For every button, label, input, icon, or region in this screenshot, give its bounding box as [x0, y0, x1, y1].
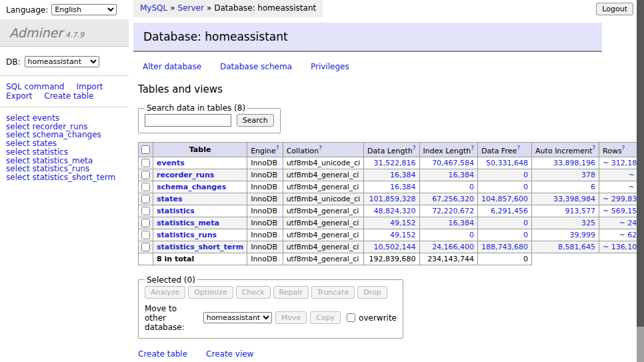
column-help-link[interactable]: ?: [276, 145, 279, 151]
column-help-link[interactable]: ?: [319, 145, 322, 151]
table-row: schema_changes InnoDB utf8mb4_general_ci…: [139, 181, 644, 193]
page-title: Database: homeassistant: [133, 23, 602, 52]
table-name-link[interactable]: recorder_runs: [157, 171, 214, 179]
topbar: MySQL»Server»Database: homeassistant Log…: [133, 0, 635, 17]
index-length-cell: 0: [419, 181, 478, 193]
db-action-link[interactable]: Privileges: [311, 62, 349, 71]
row-checkbox[interactable]: [141, 243, 150, 251]
vertical-scrollbar-thumb[interactable]: [637, 0, 644, 327]
column-help-link[interactable]: ?: [592, 145, 595, 151]
collation-cell: utf8mb4_general_ci: [283, 241, 363, 253]
auto-increment-cell: 8,581,645: [532, 241, 599, 253]
column-help-link[interactable]: ?: [413, 145, 416, 151]
tables-heading: Tables and views: [138, 83, 635, 95]
index-length-cell: 70,467,584: [419, 157, 478, 169]
data-free-cell: 188,743,680: [478, 241, 532, 253]
operation-button: Drop: [357, 286, 387, 299]
auto-increment-cell: 325: [532, 217, 599, 229]
column-help-link[interactable]: ?: [471, 145, 474, 151]
engine-cell: InnoDB: [247, 157, 283, 169]
sidebar: Language: English Adminer4.7.9 DB: homea…: [0, 0, 129, 182]
db-action-link[interactable]: Database schema: [220, 62, 292, 71]
search-button[interactable]: Search: [237, 114, 274, 127]
overwrite-checkbox[interactable]: [347, 313, 355, 322]
app-version: 4.7.9: [65, 31, 84, 39]
row-checkbox[interactable]: [141, 207, 150, 215]
data-length-cell: 31,522,816: [364, 157, 419, 169]
table-name-link[interactable]: statistics: [157, 207, 195, 215]
row-checkbox[interactable]: [141, 171, 150, 179]
table-row: states InnoDB utf8mb4_unicode_ci 101,859…: [139, 193, 644, 205]
row-checkbox[interactable]: [141, 159, 150, 167]
column-header: Collation?: [283, 143, 363, 157]
breadcrumb-mysql-link[interactable]: MySQL: [140, 3, 167, 13]
tables-overview: Table Engine?Collation?Data Length?Index…: [138, 142, 644, 265]
vertical-scrollbar-track[interactable]: [637, 0, 644, 362]
column-header-table: Table: [153, 143, 247, 157]
index-length-cell: 0: [419, 229, 478, 241]
data-length-cell: 49,152: [364, 217, 419, 229]
search-input[interactable]: [145, 114, 231, 127]
breadcrumb-server-link[interactable]: Server: [178, 3, 204, 13]
auto-increment-cell: 33,898,196: [532, 157, 599, 169]
breadcrumb-separator: »: [170, 3, 175, 13]
table-select-link[interactable]: select statistics: [6, 148, 129, 157]
move-label: Move to other database:: [145, 304, 200, 332]
create-table-link[interactable]: Create table: [44, 91, 93, 101]
engine-cell: InnoDB: [247, 229, 283, 241]
selected-operations: AnalyzeOptimizeCheckRepairTruncateDrop: [145, 286, 397, 299]
data-free-cell: 0: [478, 169, 532, 181]
breadcrumb: MySQL»Server»Database: homeassistant: [133, 0, 323, 17]
data-length-cell: 10,502,144: [364, 241, 419, 253]
table-name-link[interactable]: states: [157, 195, 183, 203]
operation-button: Truncate: [311, 286, 355, 299]
collation-cell: utf8mb4_general_ci: [283, 169, 363, 181]
column-help-link[interactable]: ?: [622, 145, 625, 151]
overwrite-label: overwrite: [359, 313, 397, 323]
engine-cell: InnoDB: [247, 193, 283, 205]
language-select[interactable]: English: [51, 4, 117, 15]
total-collation: utf8mb4_general_ci: [283, 253, 363, 265]
row-checkbox[interactable]: [141, 183, 150, 191]
search-legend: Search data in tables (8): [145, 103, 247, 113]
logout-button[interactable]: Logout: [596, 3, 633, 15]
language-row: Language: English: [0, 0, 129, 19]
db-action-link[interactable]: Alter database: [143, 62, 201, 71]
select-all-checkbox[interactable]: [141, 145, 150, 154]
row-checkbox[interactable]: [141, 195, 150, 203]
move-db-select[interactable]: homeassistant: [203, 312, 272, 323]
table-name-link[interactable]: schema_changes: [157, 183, 226, 191]
create-link[interactable]: Create table: [138, 349, 187, 359]
column-help-link[interactable]: ?: [517, 145, 520, 151]
create-links: Create tableCreate view: [138, 349, 635, 359]
column-header: Auto Increment?: [532, 143, 599, 157]
sql-command-link[interactable]: SQL command: [6, 82, 64, 91]
row-checkbox[interactable]: [141, 231, 150, 239]
table-name-link[interactable]: events: [157, 159, 185, 167]
index-length-cell: 72,220,672: [419, 205, 478, 217]
row-checkbox[interactable]: [141, 219, 150, 227]
db-select[interactable]: homeassistant: [25, 56, 99, 67]
create-link[interactable]: Create view: [206, 349, 253, 359]
export-link[interactable]: Export: [6, 91, 32, 101]
import-link[interactable]: Import: [76, 82, 103, 91]
table-name-link[interactable]: statistics_runs: [157, 231, 217, 239]
table-row: recorder_runs InnoDB utf8mb4_general_ci …: [139, 169, 644, 181]
database-actions: Alter databaseDatabase schemaPrivileges: [143, 62, 635, 71]
operation-button: Repair: [273, 286, 309, 299]
column-header: Engine?: [247, 143, 283, 157]
data-length-cell: 48,824,320: [364, 205, 419, 217]
table-select-link[interactable]: select events: [6, 114, 129, 123]
table-name-link[interactable]: statistics_short_term: [157, 243, 243, 251]
total-data-free: 0: [478, 253, 532, 265]
table-select-link[interactable]: select statistics_short_term: [6, 173, 129, 182]
index-length-cell: 16,384: [419, 169, 478, 181]
data-free-cell: 0: [478, 181, 532, 193]
data-free-cell: 0: [478, 217, 532, 229]
table-row: statistics_meta InnoDB utf8mb4_general_c…: [139, 217, 644, 229]
data-free-cell: 0: [478, 229, 532, 241]
auto-increment-cell: 913,577: [532, 205, 599, 217]
index-length-cell: 16,384: [419, 217, 478, 229]
table-select-link[interactable]: select states: [6, 139, 129, 148]
table-name-link[interactable]: statistics_meta: [157, 219, 219, 227]
